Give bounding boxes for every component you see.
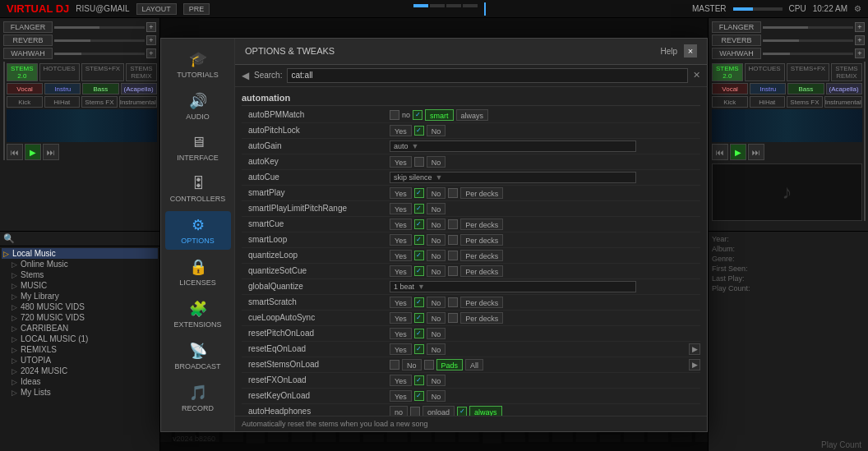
checkbox-check[interactable]: ✓ xyxy=(414,188,424,198)
option-no[interactable]: No xyxy=(427,390,446,402)
fx-right-flanger-label[interactable]: FLANGER xyxy=(712,21,761,33)
stem-pad-bass[interactable]: Bass xyxy=(82,83,118,94)
stems-btn-stems[interactable]: STEMS 2.0 xyxy=(7,63,38,81)
option-yes[interactable]: Yes xyxy=(390,265,412,277)
right-stem-pad-instru[interactable]: Instru xyxy=(750,83,786,94)
checkbox[interactable] xyxy=(410,407,420,416)
option-pads[interactable]: Pads xyxy=(436,359,464,370)
modal-close-btn[interactable]: × xyxy=(684,44,697,58)
option-no[interactable]: No xyxy=(427,328,446,339)
checkbox-check[interactable]: ✓ xyxy=(414,297,424,307)
checkbox-check[interactable]: ✓ xyxy=(414,219,424,229)
checkbox[interactable] xyxy=(448,188,458,198)
left-play-btn[interactable]: ▶ xyxy=(25,144,41,160)
fx-right-wahwah-label[interactable]: WAHWAH xyxy=(712,48,761,59)
left-next-btn[interactable]: ⏭ xyxy=(43,144,59,160)
checkbox-check[interactable]: ✓ xyxy=(414,204,424,214)
checkbox[interactable] xyxy=(448,313,458,323)
right-prev-btn[interactable]: ⏮ xyxy=(712,144,728,160)
option-per-decks[interactable]: Per decks xyxy=(460,250,503,261)
tree-item-480[interactable]: ▷ 480 MUSIC VIDS xyxy=(2,301,158,312)
checkbox-check[interactable]: ✓ xyxy=(457,407,467,416)
fx-right-wahwah-slider[interactable] xyxy=(763,53,853,55)
option-yes[interactable]: Yes xyxy=(390,156,412,168)
dropdown-autogain[interactable]: auto ▼ xyxy=(390,140,636,152)
checkbox[interactable] xyxy=(448,251,458,260)
nav-item-tutorials[interactable]: 🎓 TUTORIALS xyxy=(165,45,231,84)
checkbox-check[interactable]: ✓ xyxy=(414,344,424,354)
right-play-btn[interactable]: ▶ xyxy=(730,144,746,160)
right-stems-btn[interactable]: STEMS 2.0 xyxy=(712,63,743,81)
checkbox-check[interactable]: ✓ xyxy=(414,391,424,401)
fx-right-reverb-plus[interactable]: + xyxy=(855,35,865,45)
tree-item-my-lists[interactable]: ▷ My Lists xyxy=(2,387,158,398)
option-per-decks[interactable]: Per decks xyxy=(460,312,503,324)
option-no[interactable]: No xyxy=(427,265,446,277)
option-no[interactable]: No xyxy=(427,125,446,136)
option-yes[interactable]: Yes xyxy=(390,312,412,324)
checkbox-check[interactable]: ✓ xyxy=(414,266,424,276)
library-search-icon[interactable]: 🔍 xyxy=(3,233,15,244)
option-yes[interactable]: Yes xyxy=(390,375,412,386)
option-no[interactable]: No xyxy=(427,297,446,308)
fx-flanger-label[interactable]: FLANGER xyxy=(3,21,53,33)
option-per-decks[interactable]: Per decks xyxy=(460,234,503,246)
right-stemsfx-btn[interactable]: STEMS+FX xyxy=(787,63,829,81)
fx-right-reverb-label[interactable]: REVERB xyxy=(712,35,761,46)
option-no[interactable]: No xyxy=(427,234,446,246)
tree-item-music[interactable]: ▷ MUSIC xyxy=(2,280,158,291)
settings-icon[interactable]: ⚙ xyxy=(854,4,861,13)
checkbox-check[interactable]: ✓ xyxy=(414,313,424,323)
stem-pad-acapella[interactable]: (Acapella) xyxy=(121,83,157,94)
option-yes[interactable]: Yes xyxy=(390,343,412,355)
nav-item-record[interactable]: 🎵 RECORD xyxy=(165,379,231,417)
right-stem-pad-stemsfx[interactable]: Stems FX xyxy=(787,96,823,108)
option-per-decks[interactable]: Per decks xyxy=(460,265,503,277)
option-per-decks[interactable]: Per decks xyxy=(460,187,503,199)
tree-item-local-music[interactable]: ▷ Local Music xyxy=(2,248,158,259)
right-next-btn[interactable]: ⏭ xyxy=(748,144,764,160)
checkbox[interactable] xyxy=(390,360,399,370)
dropdown-autocue[interactable]: skip silence ▼ xyxy=(390,172,636,183)
option-yes[interactable]: Yes xyxy=(390,125,412,136)
fx-reverb-plus[interactable]: + xyxy=(146,35,156,45)
option-no[interactable]: No xyxy=(427,343,446,355)
tree-item-my-library[interactable]: ▷ My Library xyxy=(2,291,158,301)
tree-item-local-music-1[interactable]: ▷ LOCAL MUSIC (1) xyxy=(2,334,158,344)
option-all[interactable]: All xyxy=(465,359,483,370)
tree-item-2024[interactable]: ▷ 2024 MUSIC xyxy=(2,366,158,376)
tree-item-720[interactable]: ▷ 720 MUSIC VIDS xyxy=(2,312,158,323)
checkbox-check[interactable]: ✓ xyxy=(414,329,424,338)
checkbox[interactable] xyxy=(448,235,458,245)
nav-item-audio[interactable]: 🔊 AUDIO xyxy=(165,87,231,126)
left-strip[interactable] xyxy=(3,62,5,160)
layout-button[interactable]: LAYOUT xyxy=(136,3,177,15)
fx-right-wahwah-plus[interactable]: + xyxy=(855,48,865,58)
fx-right-reverb-slider[interactable] xyxy=(763,39,853,42)
stems-btn-hotcues[interactable]: HOTCUES xyxy=(39,63,80,81)
nav-item-extensions[interactable]: 🧩 EXTENSIONS xyxy=(165,295,231,334)
checkbox[interactable] xyxy=(448,266,458,276)
right-strip[interactable] xyxy=(864,62,866,221)
option-yes[interactable]: Yes xyxy=(390,219,412,230)
option-no[interactable]: No xyxy=(427,156,446,168)
option-always[interactable]: always xyxy=(469,406,502,416)
search-clear-btn[interactable]: ✕ xyxy=(693,70,700,81)
right-stem-pad-bass[interactable]: Bass xyxy=(787,83,824,94)
option-no[interactable]: No xyxy=(427,312,446,324)
stem-pad-vocal[interactable]: Vocal xyxy=(7,83,43,94)
checkbox-check[interactable]: ✓ xyxy=(414,126,424,136)
option-yes[interactable]: Yes xyxy=(390,390,412,402)
expand-btn[interactable]: ▶ xyxy=(689,343,700,355)
fx-reverb-label[interactable]: REVERB xyxy=(3,35,53,46)
option-smart[interactable]: smart xyxy=(425,109,454,121)
right-stem-pad-hihat[interactable]: HiHat xyxy=(750,96,786,108)
checkbox[interactable] xyxy=(448,219,458,229)
option-yes[interactable]: Yes xyxy=(390,328,412,339)
left-prev-btn[interactable]: ⏮ xyxy=(7,144,23,160)
fx-wahwah-label[interactable]: WAHWAH xyxy=(3,48,53,59)
right-stem-pad-acapella[interactable]: (Acapella) xyxy=(826,83,862,94)
stem-pad-instru[interactable]: Instru xyxy=(44,83,81,94)
modal-help-btn[interactable]: Help xyxy=(660,47,677,56)
nav-item-controllers[interactable]: 🎛 CONTROLLERS xyxy=(165,170,231,208)
